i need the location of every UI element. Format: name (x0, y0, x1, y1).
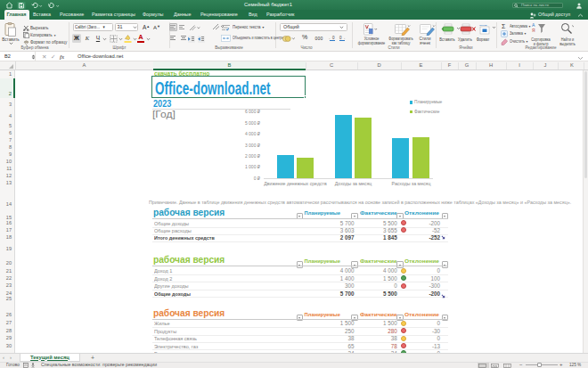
svg-text:Я: Я (532, 28, 535, 33)
svg-text:ОПРЕД: ОПРЕД (479, 24, 487, 27)
svg-text:0→: 0→ (339, 35, 346, 39)
svg-text:←0: ←0 (329, 35, 336, 39)
